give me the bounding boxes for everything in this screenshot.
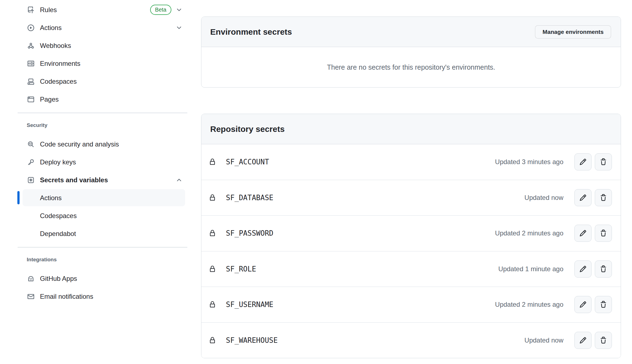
sidebar-item-label: GitHub Apps	[40, 275, 77, 282]
chevron-up-icon	[176, 177, 182, 183]
sidebar-item-rules[interactable]: Rules Beta	[0, 1, 191, 19]
webhook-icon	[28, 42, 34, 49]
sidebar-section-integrations: Integrations	[0, 254, 191, 265]
settings-sidebar: Rules Beta Actions Webhooks Environments…	[0, 0, 191, 305]
browser-icon	[28, 96, 34, 103]
repo-push-icon	[28, 7, 34, 13]
sidebar-item-label: Pages	[40, 96, 59, 103]
secret-updated: Updated now	[525, 194, 563, 202]
sidebar-item-pages[interactable]: Pages	[0, 90, 191, 108]
lock-icon	[209, 337, 216, 344]
sidebar-item-code-security[interactable]: Code security and analysis	[0, 135, 191, 153]
secret-row-actions	[574, 296, 612, 313]
edit-secret-button[interactable]	[574, 332, 592, 349]
sidebar-item-actions[interactable]: Actions	[0, 19, 191, 37]
trash-icon	[600, 265, 607, 273]
secret-row-actions	[574, 332, 612, 349]
sidebar-item-label: Environments	[40, 60, 80, 67]
server-icon	[28, 60, 34, 67]
delete-secret-button[interactable]	[595, 260, 612, 278]
trash-icon	[600, 230, 607, 237]
secret-name: SF_DATABASE	[226, 194, 273, 202]
secret-row: SF_USERNAME Updated 2 minutes ago	[201, 287, 621, 323]
delete-secret-button[interactable]	[595, 225, 612, 242]
secret-name: SF_ACCOUNT	[226, 158, 269, 166]
mail-icon	[28, 293, 34, 300]
pencil-icon	[579, 265, 587, 273]
secret-row-actions	[574, 189, 612, 206]
secret-name: SF_USERNAME	[226, 300, 273, 309]
sidebar-item-webhooks[interactable]: Webhooks	[0, 37, 191, 55]
sidebar-divider	[18, 113, 187, 113]
sidebar-item-label: Rules	[40, 6, 57, 14]
secret-updated: Updated 2 minutes ago	[495, 301, 563, 308]
edit-secret-button[interactable]	[574, 153, 592, 170]
sidebar-item-label: Secrets and variables	[40, 176, 108, 184]
delete-secret-button[interactable]	[595, 153, 612, 170]
sidebar-item-label: Code security and analysis	[40, 140, 119, 148]
trash-icon	[600, 301, 607, 308]
sidebar-item-environments[interactable]: Environments	[0, 55, 191, 72]
sidebar-item-codespaces[interactable]: Codespaces	[0, 72, 191, 90]
sidebar-item-github-apps[interactable]: GitHub Apps	[0, 270, 191, 287]
secret-updated: Updated 2 minutes ago	[495, 229, 563, 237]
secret-row-actions	[574, 260, 612, 278]
delete-secret-button[interactable]	[595, 296, 612, 313]
lock-icon	[209, 159, 216, 165]
manage-environments-button[interactable]: Manage environments	[535, 25, 611, 39]
sidebar-section-security: Security	[0, 120, 191, 131]
secret-row: SF_ROLE Updated 1 minute ago	[201, 251, 621, 287]
asterisk-box-icon	[28, 177, 34, 183]
sidebar-subitem-actions[interactable]: Actions	[0, 189, 191, 207]
pencil-icon	[579, 337, 587, 344]
secret-name: SF_WAREHOUSE	[226, 336, 278, 344]
sidebar-item-label: Actions	[40, 24, 62, 32]
delete-secret-button[interactable]	[595, 189, 612, 206]
environment-secrets-title: Environment secrets	[210, 27, 292, 37]
sidebar-subitem-codespaces[interactable]: Codespaces	[0, 207, 191, 225]
play-icon	[28, 25, 34, 31]
edit-secret-button[interactable]	[574, 260, 592, 278]
sidebar-item-label: Deploy keys	[40, 158, 76, 166]
environment-secrets-header: Environment secrets Manage environments	[201, 17, 621, 47]
pencil-icon	[579, 158, 587, 165]
sidebar-subitem-label: Actions	[0, 194, 62, 202]
codespaces-icon	[28, 78, 34, 85]
delete-secret-button[interactable]	[595, 332, 612, 349]
sidebar-item-label: Email notifications	[40, 293, 93, 300]
sidebar-subitem-label: Dependabot	[0, 230, 76, 238]
repository-secrets-panel: Repository secrets SF_ACCOUNT Updated 3 …	[201, 114, 621, 358]
edit-secret-button[interactable]	[574, 189, 592, 206]
lock-icon	[209, 230, 216, 237]
secret-name: SF_PASSWORD	[226, 229, 273, 237]
trash-icon	[600, 337, 607, 344]
pencil-icon	[579, 301, 587, 308]
key-icon	[28, 159, 34, 165]
secret-updated: Updated now	[525, 336, 563, 344]
chevron-down-icon	[176, 7, 182, 13]
pencil-icon	[579, 194, 587, 201]
beta-badge: Beta	[150, 5, 171, 15]
sidebar-item-label: Codespaces	[40, 78, 77, 85]
secret-name: SF_ROLE	[226, 265, 256, 273]
sidebar-item-secrets-and-variables[interactable]: Secrets and variables	[0, 171, 191, 189]
hubot-icon	[28, 275, 34, 282]
secret-row: SF_WAREHOUSE Updated now	[201, 323, 621, 358]
repository-secrets-header: Repository secrets	[201, 114, 621, 144]
repository-secrets-title: Repository secrets	[210, 124, 285, 134]
trash-icon	[600, 194, 607, 201]
sidebar-item-email-notifications[interactable]: Email notifications	[0, 287, 191, 305]
trash-icon	[600, 158, 607, 165]
secret-row: SF_ACCOUNT Updated 3 minutes ago	[201, 144, 621, 180]
edit-secret-button[interactable]	[574, 296, 592, 313]
secret-row-actions	[574, 153, 612, 170]
sidebar-subitem-dependabot[interactable]: Dependabot	[0, 225, 191, 243]
codescan-icon	[28, 141, 34, 148]
secret-row: SF_PASSWORD Updated 2 minutes ago	[201, 216, 621, 251]
pencil-icon	[579, 230, 587, 237]
secret-updated: Updated 1 minute ago	[498, 265, 563, 273]
lock-icon	[209, 194, 216, 201]
edit-secret-button[interactable]	[574, 225, 592, 242]
sidebar-item-deploy-keys[interactable]: Deploy keys	[0, 153, 191, 171]
environment-secrets-panel: Environment secrets Manage environments …	[201, 17, 621, 88]
